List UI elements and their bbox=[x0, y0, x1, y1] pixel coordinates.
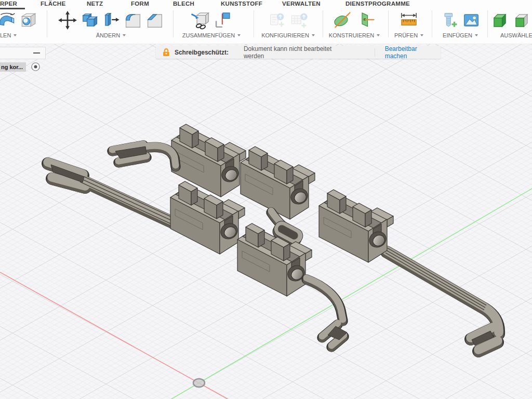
dropdown-caret-icon bbox=[312, 34, 315, 36]
browser-header[interactable] bbox=[0, 47, 46, 59]
toolbar-group-erstellen: LEN bbox=[0, 9, 37, 38]
divider bbox=[375, 48, 375, 57]
browser-item-label[interactable]: ng kor... bbox=[0, 62, 26, 72]
browser-document-item[interactable]: ng kor... bbox=[0, 61, 41, 72]
toolbar-group-einfuegen: EINFÜGEN bbox=[434, 9, 486, 38]
group-label-einfuegen[interactable]: EINFÜGEN bbox=[443, 32, 478, 38]
tab-flaeche[interactable]: FLÄCHE bbox=[41, 1, 65, 7]
group-separator bbox=[432, 10, 432, 37]
toolbar-group-konstruieren: KONSTRUIEREN bbox=[325, 9, 383, 38]
group-label-erstellen[interactable]: LEN bbox=[0, 32, 17, 38]
dropdown-caret-icon bbox=[475, 34, 478, 36]
dropdown-caret-icon bbox=[377, 34, 380, 36]
group-label-aendern[interactable]: ÄNDERN bbox=[96, 32, 126, 38]
ribbon-toolbar: RPER FLÄCHE NETZ FORM BLECH KUNSTSTOFF V… bbox=[0, 0, 532, 44]
new-component-flag-icon[interactable] bbox=[212, 10, 233, 31]
toolbar-group-pruefen: PRÜFEN bbox=[391, 9, 427, 38]
group-label-zusammenfuegen[interactable]: ZUSAMMENFÜGEN bbox=[182, 32, 241, 38]
insert-canvas-icon[interactable] bbox=[461, 10, 481, 30]
readonly-message: Dokument kann nicht bearbeitet werden bbox=[244, 45, 353, 60]
move-icon[interactable] bbox=[58, 10, 77, 30]
dropdown-caret-icon bbox=[123, 34, 126, 36]
tab-blech[interactable]: BLECH bbox=[173, 1, 194, 7]
revolve-icon[interactable] bbox=[0, 11, 17, 30]
measure-icon[interactable] bbox=[398, 10, 419, 31]
tab-form[interactable]: FORM bbox=[131, 1, 149, 7]
construction-plane-icon[interactable] bbox=[332, 10, 353, 31]
fillet-icon[interactable] bbox=[123, 10, 143, 30]
lock-icon bbox=[163, 48, 170, 57]
group-separator bbox=[388, 10, 389, 37]
select-window-icon[interactable] bbox=[512, 10, 531, 30]
dropdown-caret-icon bbox=[14, 34, 17, 36]
make-editable-link[interactable]: Bearbeitbar machen bbox=[385, 45, 441, 60]
group-separator bbox=[173, 10, 174, 37]
group-separator bbox=[323, 10, 323, 37]
tab-netz[interactable]: NETZ bbox=[87, 1, 103, 7]
configuration-icon[interactable] bbox=[268, 10, 287, 30]
toolbar-group-auswaehlen: AUSWÄHLEN bbox=[490, 9, 532, 38]
group-label-auswaehlen[interactable]: AUSWÄHLEN bbox=[500, 32, 532, 38]
select-body-icon[interactable] bbox=[490, 10, 510, 30]
toolbar-group-konfigurieren: KONFIGURIEREN bbox=[256, 9, 321, 38]
minus-icon[interactable] bbox=[33, 52, 40, 54]
insert-fastener-icon[interactable] bbox=[440, 10, 459, 30]
dropdown-caret-icon bbox=[237, 34, 241, 36]
radio-visibility-icon[interactable] bbox=[31, 62, 41, 72]
toolbar-group-aendern: ÄNDERN bbox=[49, 9, 172, 38]
group-label-konfigurieren[interactable]: KONFIGURIEREN bbox=[261, 32, 315, 38]
toolbar-group-zusammenfuegen: ZUSAMMENFÜGEN bbox=[175, 9, 248, 38]
combine-icon[interactable] bbox=[79, 10, 99, 30]
group-separator bbox=[254, 10, 254, 37]
construction-axis-icon[interactable] bbox=[355, 10, 376, 31]
group-separator bbox=[487, 10, 488, 37]
readonly-label: Schreibgeschützt: bbox=[175, 49, 229, 56]
offset-face-icon[interactable] bbox=[101, 10, 121, 30]
group-label-konstruieren[interactable]: KONSTRUIEREN bbox=[329, 32, 380, 38]
tab-kunststoff[interactable]: KUNSTSTOFF bbox=[221, 1, 262, 7]
group-label-pruefen[interactable]: PRÜFEN bbox=[394, 32, 423, 38]
chamfer-icon[interactable] bbox=[145, 10, 165, 30]
group-separator bbox=[47, 10, 47, 37]
origin-marker bbox=[193, 379, 205, 387]
dropdown-caret-icon bbox=[420, 34, 423, 36]
joint-icon[interactable] bbox=[190, 10, 210, 31]
hole-icon[interactable] bbox=[19, 11, 37, 30]
configuration-table-icon[interactable] bbox=[289, 10, 309, 30]
tab-verwalten[interactable]: VERWALTEN bbox=[282, 1, 321, 7]
tab-dienstprogramme[interactable]: DIENSTPROGRAMME bbox=[345, 1, 410, 7]
3d-viewport[interactable] bbox=[0, 44, 532, 399]
tab-volumenkoerper[interactable]: RPER bbox=[0, 1, 17, 7]
readonly-notice-bar: Schreibgeschützt: Dokument kann nicht be… bbox=[156, 46, 441, 59]
